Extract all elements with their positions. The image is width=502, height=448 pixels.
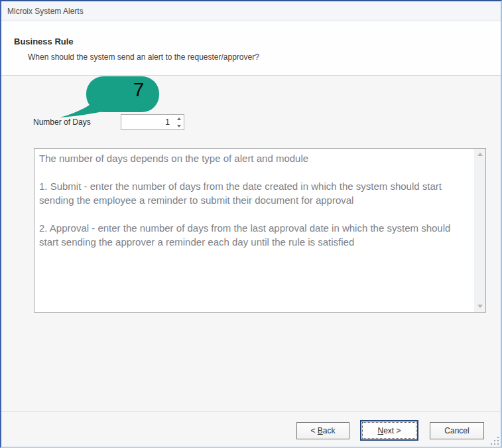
button-label: ext > (383, 426, 401, 435)
cancel-button[interactable]: Cancel (430, 422, 484, 439)
window-title: Microix System Alerts (7, 7, 84, 16)
help-paragraph: The number of days depends on the type o… (39, 151, 471, 165)
button-mnemonic: N (377, 426, 383, 435)
number-of-days-value[interactable]: 1 (121, 115, 174, 129)
wizard-body: 7 Number of Days 1 The number of days de… (1, 76, 501, 447)
callout-number: 7 (127, 78, 151, 102)
help-textbox[interactable]: The number of days depends on the type o… (34, 148, 486, 313)
title-bar[interactable]: Microix System Alerts (1, 1, 501, 21)
next-button[interactable]: Next > (360, 420, 418, 441)
microix-system-alerts-dialog: Microix System Alerts Business Rule When… (0, 0, 502, 448)
number-of-days-label: Number of Days (33, 117, 91, 127)
arrow-down-icon (177, 125, 181, 127)
spinner-down-button[interactable] (174, 122, 184, 129)
scrollbar-up-button[interactable] (474, 149, 485, 160)
spinner-buttons (174, 115, 184, 129)
arrow-up-icon (477, 153, 483, 156)
button-mnemonic: B (318, 426, 323, 435)
help-text: The number of days depends on the type o… (34, 149, 473, 312)
button-label: Cancel (444, 426, 469, 435)
spinner-up-button[interactable] (174, 115, 184, 122)
resize-grip[interactable] (490, 436, 499, 445)
vertical-scrollbar[interactable] (474, 149, 485, 312)
scrollbar-down-button[interactable] (474, 301, 485, 312)
number-of-days-input[interactable]: 1 (121, 114, 184, 130)
help-paragraph: 1. Submit - enter the number of days fro… (39, 179, 471, 207)
page-subtitle: When should the system send an alert to … (28, 52, 259, 62)
page-title: Business Rule (14, 37, 74, 46)
button-label: ack (323, 426, 336, 435)
arrow-up-icon (177, 117, 181, 120)
wizard-header: Business Rule When should the system sen… (1, 21, 501, 76)
arrow-down-icon (477, 305, 483, 308)
button-label: < (310, 426, 317, 435)
footer-separator (1, 411, 501, 412)
back-button[interactable]: < Back (296, 422, 349, 439)
help-paragraph: 2. Approval - enter the number of days f… (39, 221, 471, 249)
